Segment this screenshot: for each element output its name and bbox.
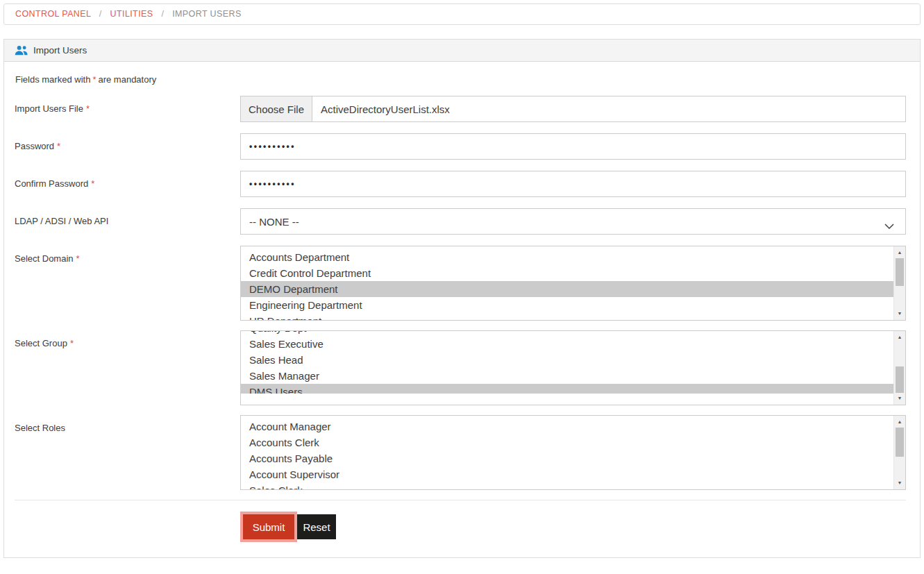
breadcrumb-link-control-panel[interactable]: CONTROL PANEL [15,9,91,19]
mandatory-asterisk: * [92,74,96,85]
users-icon [15,45,28,56]
form-row-group: Select Group* Quality DeptSales Executiv… [15,330,906,405]
select-group-label: Select Group* [15,330,240,405]
list-option[interactable]: HR Department [241,313,893,320]
roles-listbox[interactable]: Account ManagerAccounts ClerkAccounts Pa… [240,415,906,490]
list-option[interactable]: Accounts Department [241,249,893,265]
roles-scrollbar[interactable]: ▲ ▼ [893,416,905,489]
form-row-confirm-password: Confirm Password* •••••••••• [15,171,906,197]
list-option[interactable]: Account Supervisor [241,466,893,482]
label-text: Select Domain [15,253,74,264]
breadcrumb-separator: / [99,9,102,19]
scrollbar-thumb[interactable] [896,366,904,393]
selected-file-name: ActiveDirectoryUserList.xlsx [312,103,450,115]
submit-highlight-ring: Submit [240,512,297,542]
confirm-password-masked-value: •••••••••• [249,179,296,189]
label-text: LDAP / ADSI / Web API [15,216,108,226]
list-option[interactable]: Sales Clerk [241,482,893,489]
mandatory-note: Fields marked with*are mandatory [15,74,906,85]
list-option[interactable]: Credit Control Department [241,265,893,281]
password-input[interactable]: •••••••••• [240,133,906,160]
form-footer-divider [15,500,906,500]
label-text: Select Roles [15,423,65,433]
panel-title: Import Users [33,45,87,56]
form-row-domain: Select Domain* Accounts DepartmentCredit… [15,246,906,321]
required-asterisk: * [91,178,94,189]
list-option[interactable]: Accounts Clerk [241,434,893,450]
reset-button[interactable]: Reset [297,514,336,539]
panel-header: Import Users [4,40,920,62]
scrollbar-thumb[interactable] [896,428,904,457]
label-text: Password [15,141,54,151]
submit-button[interactable]: Submit [243,514,294,539]
required-asterisk: * [57,141,60,151]
list-option[interactable]: Sales Manager [241,368,893,384]
mandatory-note-prefix: Fields marked with [15,74,90,85]
required-asterisk: * [70,338,74,348]
required-asterisk: * [76,253,80,264]
roles-listbox-options: Account ManagerAccounts ClerkAccounts Pa… [241,416,893,489]
scroll-down-arrow-icon[interactable]: ▼ [894,478,905,488]
scroll-down-arrow-icon[interactable]: ▼ [894,309,905,319]
list-option[interactable]: DEMO Department [241,281,893,297]
breadcrumb: CONTROL PANEL / UTILITIES / IMPORT USERS [3,3,921,25]
label-text: Select Group [15,338,67,348]
panel-body: Fields marked with*are mandatory Import … [4,74,920,542]
required-asterisk: * [86,103,90,114]
breadcrumb-link-utilities[interactable]: UTILITIES [110,9,153,19]
scroll-down-arrow-icon[interactable]: ▼ [894,394,905,403]
choose-file-button[interactable]: Choose File [241,96,312,121]
confirm-password-input[interactable]: •••••••••• [240,171,906,197]
breadcrumb-current-import-users: IMPORT USERS [172,9,242,19]
scroll-up-arrow-icon[interactable]: ▲ [894,248,905,258]
breadcrumb-separator: / [161,9,164,19]
ldap-select[interactable]: -- NONE -- [240,208,906,235]
password-label: Password* [15,133,240,160]
confirm-password-label: Confirm Password* [15,171,240,197]
list-option[interactable]: Accounts Payable [241,450,893,466]
scroll-up-arrow-icon[interactable]: ▲ [894,332,905,342]
label-text: Confirm Password [15,178,88,189]
select-roles-label: Select Roles [15,415,240,490]
password-masked-value: •••••••••• [249,142,296,151]
select-domain-label: Select Domain* [15,246,240,321]
group-listbox[interactable]: Quality DeptSales ExecutiveSales HeadSal… [240,330,906,405]
scroll-up-arrow-icon[interactable]: ▲ [894,417,905,427]
ldap-label: LDAP / ADSI / Web API [15,208,240,235]
group-scrollbar[interactable]: ▲ ▼ [893,331,905,405]
list-option[interactable]: Sales Head [241,352,893,368]
label-text: Import Users File [15,103,83,114]
group-listbox-options: Quality DeptSales ExecutiveSales HeadSal… [241,330,893,394]
import-users-file-label: Import Users File* [15,96,240,122]
list-option[interactable]: Engineering Department [241,297,893,313]
list-option[interactable]: Quality Dept [241,330,893,336]
domain-listbox[interactable]: Accounts DepartmentCredit Control Depart… [240,246,906,321]
import-users-file-input[interactable]: Choose File ActiveDirectoryUserList.xlsx [240,96,906,122]
form-row-password: Password* •••••••••• [15,133,906,160]
ldap-selected-value: -- NONE -- [249,216,299,228]
import-users-panel: Import Users Fields marked with*are mand… [3,39,921,558]
scrollbar-thumb[interactable] [896,258,904,286]
button-row: Submit Reset [240,512,906,542]
form-row-roles: Select Roles Account ManagerAccounts Cle… [15,415,906,490]
form-row-ldap: LDAP / ADSI / Web API -- NONE -- [15,208,906,235]
domain-listbox-options: Accounts DepartmentCredit Control Depart… [241,246,893,320]
list-option[interactable]: Sales Executive [241,336,893,352]
list-option[interactable]: DMS Users [241,384,893,394]
chevron-down-icon [884,219,894,231]
mandatory-note-suffix: are mandatory [98,74,156,85]
form-row-import-file: Import Users File* Choose File ActiveDir… [15,96,906,122]
list-option[interactable]: Account Manager [241,419,893,434]
domain-scrollbar[interactable]: ▲ ▼ [893,246,905,320]
